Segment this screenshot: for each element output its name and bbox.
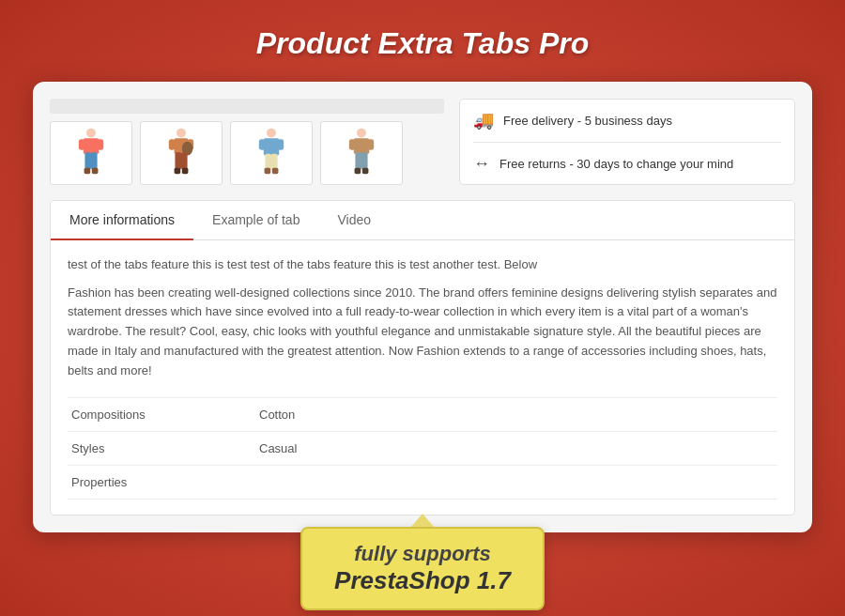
svg-rect-30 (361, 152, 368, 169)
attr-label-properties: Properties (71, 475, 259, 489)
thumbnail-1[interactable] (50, 121, 132, 185)
svg-rect-13 (175, 152, 181, 169)
thumbnails-row (50, 121, 444, 185)
tab-more-informations[interactable]: More informations (51, 201, 193, 240)
svg-rect-18 (264, 138, 279, 155)
page-title: Product Extra Tabs Pro (256, 0, 589, 82)
svg-point-25 (357, 129, 366, 138)
svg-point-8 (177, 129, 186, 138)
top-section: 🚚 Free delivery - 5 business days ↔ Free… (50, 99, 795, 185)
attr-row-properties: Properties (68, 466, 777, 500)
callout-line2: PrestaShop 1.7 (329, 566, 516, 595)
delivery-row-2: ↔ Free returns - 30 days to change your … (473, 154, 781, 174)
delivery-divider (473, 142, 781, 143)
attributes-table: Compositions Cotton Styles Casual Proper… (68, 397, 777, 500)
svg-rect-10 (169, 139, 176, 150)
svg-rect-15 (175, 168, 181, 175)
attr-value-styles: Casual (259, 441, 774, 455)
thumbnail-3[interactable] (230, 121, 313, 185)
svg-rect-7 (92, 168, 99, 175)
callout-arrow (411, 514, 434, 527)
returns-label: Free returns - 30 days to change your mi… (499, 157, 733, 171)
svg-rect-26 (354, 138, 369, 153)
attr-value-compositions: Cotton (259, 408, 774, 422)
svg-rect-1 (84, 138, 99, 153)
svg-rect-19 (259, 139, 266, 150)
svg-rect-31 (355, 168, 361, 175)
svg-rect-4 (84, 152, 91, 169)
svg-rect-24 (272, 168, 279, 175)
svg-rect-32 (362, 168, 369, 175)
tabs-nav: More informations Example of tab Video (51, 201, 794, 240)
fashion-figure-4 (339, 127, 384, 179)
tab-content-area: test of the tabs feature this is test te… (51, 240, 794, 515)
svg-rect-16 (182, 168, 189, 175)
main-card: 🚚 Free delivery - 5 business days ↔ Free… (33, 82, 812, 532)
tab-body-text: Fashion has been creating well-designed … (68, 284, 777, 381)
svg-rect-29 (355, 152, 361, 169)
svg-rect-23 (265, 168, 271, 175)
main-image-placeholder (50, 99, 444, 114)
svg-rect-3 (98, 139, 104, 150)
tab-intro-text: test of the tabs feature this is test te… (68, 255, 777, 274)
callout-wrapper: fully supports PrestaShop 1.7 (300, 527, 545, 610)
svg-point-0 (86, 129, 96, 138)
attr-label-styles: Styles (71, 441, 259, 455)
image-area (50, 99, 444, 185)
delivery-label: Free delivery - 5 business days (503, 114, 672, 128)
svg-rect-6 (84, 168, 91, 175)
svg-rect-20 (278, 139, 284, 150)
svg-rect-2 (79, 139, 85, 150)
callout-line1: fully supports (329, 542, 516, 566)
delivery-info-panel: 🚚 Free delivery - 5 business days ↔ Free… (459, 99, 795, 185)
svg-rect-14 (181, 152, 188, 169)
svg-rect-27 (349, 139, 356, 150)
delivery-row-1: 🚚 Free delivery - 5 business days (473, 110, 781, 131)
returns-icon: ↔ (473, 154, 490, 174)
svg-rect-5 (91, 152, 98, 169)
attr-value-properties (259, 475, 774, 489)
tabs-section: More informations Example of tab Video t… (50, 200, 795, 516)
tab-video[interactable]: Video (318, 201, 390, 240)
svg-point-17 (267, 129, 276, 138)
svg-rect-28 (368, 139, 375, 150)
fashion-figure-3 (249, 127, 294, 179)
svg-rect-21 (265, 154, 271, 169)
fashion-figure-1 (69, 127, 114, 179)
fashion-figure-2 (159, 127, 204, 179)
attr-row-styles: Styles Casual (68, 432, 777, 466)
callout-box: fully supports PrestaShop 1.7 (300, 527, 545, 610)
tab-example[interactable]: Example of tab (193, 201, 318, 240)
thumbnail-2[interactable] (140, 121, 223, 185)
thumbnail-4[interactable] (320, 121, 403, 185)
truck-icon: 🚚 (473, 110, 494, 131)
attr-label-compositions: Compositions (71, 408, 259, 422)
svg-rect-22 (271, 154, 278, 169)
attr-row-compositions: Compositions Cotton (68, 398, 777, 432)
